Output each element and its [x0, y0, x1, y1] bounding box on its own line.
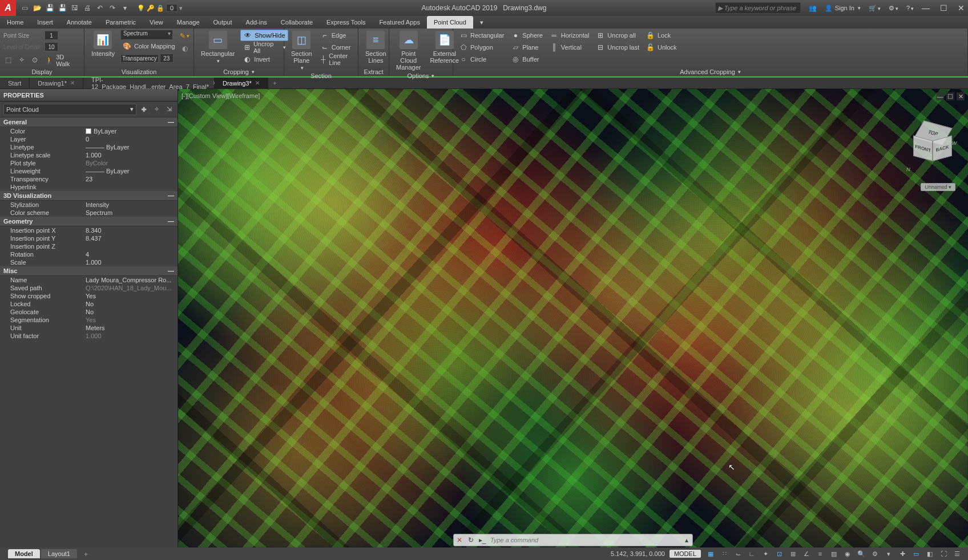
- adv-circle-button[interactable]: ○Circle: [457, 54, 506, 65]
- qat-undo-icon[interactable]: ↶: [95, 3, 105, 13]
- collapse-icon[interactable]: —: [168, 218, 174, 225]
- select-icon[interactable]: ✧: [151, 104, 162, 115]
- menu-item-point-cloud[interactable]: Point Cloud: [427, 16, 473, 29]
- prop-row[interactable]: Transparency23: [0, 175, 178, 183]
- menu-item-view[interactable]: View: [143, 16, 170, 29]
- collapse-icon[interactable]: —: [168, 267, 174, 274]
- command-line[interactable]: ✕ ↻ ▸_ ▴: [453, 534, 693, 546]
- prop-row[interactable]: Color schemeSpectrum: [0, 209, 178, 217]
- viewport[interactable]: [-][Custom View][Wireframe] — ☐ ✕ TOP FR…: [178, 89, 968, 547]
- close-button[interactable]: ✕: [958, 3, 965, 13]
- viz-option-icon[interactable]: ◐: [180, 43, 190, 54]
- uncrop-all-button[interactable]: ⊞Uncrop All▾: [240, 42, 288, 53]
- invert-button[interactable]: ◐Invert: [240, 54, 288, 65]
- lod-input[interactable]: [45, 42, 58, 51]
- help-icon[interactable]: ?▾: [906, 5, 914, 11]
- adv-horizontal-button[interactable]: ═Horizontal: [547, 30, 592, 41]
- workspace-dropdown-icon[interactable]: ▾: [179, 5, 183, 12]
- menu-more-icon[interactable]: ▾: [473, 16, 490, 29]
- model-toggle[interactable]: MODEL: [669, 550, 701, 558]
- ortho-icon[interactable]: ∟: [747, 549, 757, 559]
- prop-row[interactable]: SegmentationYes: [0, 316, 178, 324]
- search-input[interactable]: ▶ Type a keyword or phrase: [715, 2, 801, 14]
- panel-label-options[interactable]: Options▾: [393, 72, 449, 80]
- display-tool1-icon[interactable]: ⬚: [3, 55, 13, 65]
- pickadd-icon[interactable]: ⇲: [164, 104, 174, 115]
- adv-rectangular-button[interactable]: ▭Rectangular: [457, 30, 506, 41]
- menu-item-add-ins[interactable]: Add-ins: [239, 16, 274, 29]
- prop-row[interactable]: GeolocateNo: [0, 308, 178, 316]
- qat-open-icon[interactable]: 📂: [32, 3, 42, 13]
- scale-icon[interactable]: ✚: [897, 549, 908, 559]
- walk-button[interactable]: 🚶3D Walk: [43, 55, 80, 66]
- layout1-tab[interactable]: Layout1: [41, 549, 77, 558]
- vp-min-icon[interactable]: —: [936, 92, 944, 100]
- cmd-recent-icon[interactable]: ↻: [465, 536, 477, 544]
- file-tab[interactable]: TPI-12_Package_Handl...enter_Area_7_Fina…: [83, 78, 215, 88]
- panel-label-advcrop[interactable]: Advanced Cropping▾: [457, 68, 964, 76]
- prop-row[interactable]: Insertion point X8.340: [0, 226, 178, 234]
- viewcube-front[interactable]: FRONT: [913, 135, 933, 161]
- adv-buffer-button[interactable]: ◎Buffer: [509, 54, 544, 65]
- adv-vertical-button[interactable]: ║Vertical: [547, 42, 592, 53]
- prop-row[interactable]: Lineweight——— ByLayer: [0, 167, 178, 175]
- prop-value[interactable]: ——— ByLayer: [86, 168, 178, 175]
- prop-value[interactable]: Intensity: [86, 201, 178, 208]
- vp-max-icon[interactable]: ☐: [946, 92, 954, 100]
- cmd-close-icon[interactable]: ✕: [454, 536, 465, 544]
- spectrum-dropdown[interactable]: Spectrum: [120, 30, 173, 40]
- prop-row[interactable]: Unit factor1.000: [0, 332, 178, 340]
- 3dosnap-icon[interactable]: ⊞: [788, 549, 798, 559]
- lineweight-icon[interactable]: ≡: [815, 549, 825, 559]
- prop-row[interactable]: Layer0: [0, 135, 178, 143]
- qat-redo-icon[interactable]: ↷: [107, 3, 118, 13]
- prop-value[interactable]: 0: [86, 136, 178, 143]
- prop-value[interactable]: 4: [86, 251, 178, 258]
- signin-button[interactable]: 👤Sign In▾: [825, 5, 861, 12]
- rectangular-crop-button[interactable]: ▭Rectangular▾: [197, 30, 238, 65]
- close-tab-icon[interactable]: ✕: [255, 80, 260, 86]
- prop-value[interactable]: Yes: [86, 316, 178, 323]
- collapse-icon[interactable]: —: [168, 192, 174, 199]
- annoscale-icon[interactable]: 🔍: [856, 549, 866, 559]
- prop-value[interactable]: Meters: [86, 324, 178, 331]
- point-size-input[interactable]: [45, 31, 58, 40]
- menu-item-parametric[interactable]: Parametric: [99, 16, 143, 29]
- menu-item-manage[interactable]: Manage: [170, 16, 207, 29]
- prop-section-header[interactable]: 3D Visualization—: [0, 191, 178, 201]
- prop-row[interactable]: LockedNo: [0, 300, 178, 308]
- menu-item-annotate[interactable]: Annotate: [60, 16, 99, 29]
- ucs-icon[interactable]: ⌙: [733, 549, 743, 559]
- corner-button[interactable]: ⌙Corner: [318, 42, 354, 53]
- pc-manager-button[interactable]: ☁Point Cloud Manager: [393, 30, 424, 72]
- qat-saveas-icon[interactable]: 💾: [57, 3, 67, 13]
- prop-row[interactable]: Insertion point Z: [0, 242, 178, 250]
- prop-row[interactable]: Scale1.000: [0, 258, 178, 266]
- qat-saveweb-icon[interactable]: 🖫: [70, 3, 80, 13]
- prop-row[interactable]: ColorByLayer: [0, 127, 178, 135]
- prop-row[interactable]: Rotation4: [0, 250, 178, 258]
- infocenter-icon[interactable]: 👥: [809, 5, 817, 12]
- prop-value[interactable]: 1.000: [86, 152, 178, 159]
- adv-unlock-button[interactable]: 🔓Unlock: [644, 42, 679, 53]
- viewcube-badge[interactable]: Unnamed ▾: [921, 183, 955, 191]
- menu-item-featured-apps[interactable]: Featured Apps: [372, 16, 427, 29]
- menu-item-insert[interactable]: Insert: [30, 16, 60, 29]
- display-tool3-icon[interactable]: ⊙: [30, 55, 39, 65]
- close-tab-icon[interactable]: ✕: [70, 80, 75, 86]
- prop-value[interactable]: Spectrum: [86, 209, 178, 216]
- prop-row[interactable]: Saved pathQ:\2020\HAN_18_Lady_Mou...: [0, 284, 178, 292]
- prop-row[interactable]: Hyperlink: [0, 183, 178, 191]
- cart-icon[interactable]: 🛒▾: [869, 5, 881, 12]
- intensity-button[interactable]: 📊Intensity: [88, 30, 118, 58]
- menu-item-express-tools[interactable]: Express Tools: [320, 16, 372, 29]
- prop-section-header[interactable]: Misc—: [0, 266, 178, 276]
- viewcube[interactable]: TOP FRONT BACK N W: [911, 123, 951, 163]
- prop-value[interactable]: No: [86, 301, 178, 307]
- prop-row[interactable]: StylizationIntensity: [0, 201, 178, 209]
- adv-uncroplast-button[interactable]: ⊟Uncrop last: [594, 42, 642, 53]
- model-tab[interactable]: Model: [8, 549, 40, 558]
- prop-row[interactable]: NameLady Moura_Compressor Ro...: [0, 276, 178, 284]
- transparency-input[interactable]: [160, 54, 174, 63]
- adv-plane-button[interactable]: ▱Plane: [509, 42, 544, 53]
